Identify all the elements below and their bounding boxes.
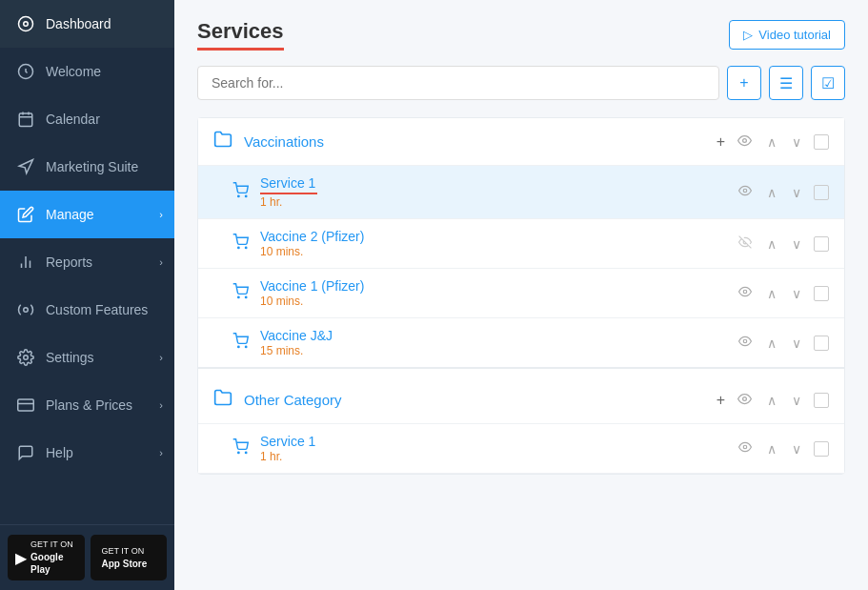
- svg-point-10: [24, 308, 29, 313]
- play-icon: ▷: [743, 28, 753, 42]
- service-actions-s1: ∧ ∨: [736, 182, 829, 202]
- category-add-button-vaccinations[interactable]: +: [717, 133, 725, 151]
- grid-view-button[interactable]: ☑: [811, 66, 845, 100]
- reports-icon: [15, 252, 36, 273]
- service-cart-icon-s1: [232, 182, 249, 203]
- google-play-badge[interactable]: ▶ GET IT ON Google Play: [8, 535, 85, 580]
- search-input[interactable]: [197, 66, 719, 100]
- service-cart-icon-other-s1: [232, 438, 249, 459]
- service-actions-vj: ∧ ∨: [736, 333, 829, 353]
- service-down-s1[interactable]: ∨: [789, 183, 804, 202]
- svg-point-1: [24, 22, 29, 27]
- sidebar-item-plans[interactable]: Plans & Prices ›: [0, 381, 174, 429]
- plans-chevron: ›: [159, 399, 163, 411]
- video-tutorial-button[interactable]: ▷ Video tutorial: [729, 20, 845, 50]
- service-cart-icon-v2: [232, 234, 249, 254]
- service-name-v2[interactable]: Vaccine 2 (Pfizer): [260, 229, 736, 244]
- category-name-vaccinations[interactable]: Vaccinations: [244, 133, 717, 150]
- sidebar-item-help[interactable]: Help ›: [0, 429, 174, 477]
- app-store-badges: ▶ GET IT ON Google Play GET IT ON App St…: [0, 524, 174, 590]
- category-visibility-button-other[interactable]: [735, 390, 755, 411]
- category-up-button-vaccinations[interactable]: ∧: [764, 132, 779, 152]
- dashboard-icon: [15, 13, 36, 34]
- category-add-button-other[interactable]: +: [717, 392, 725, 409]
- plans-icon: [15, 395, 36, 416]
- service-checkbox-other-s1[interactable]: [814, 441, 829, 457]
- service-name-vj[interactable]: Vaccine J&J: [260, 328, 736, 343]
- service-visibility-v2[interactable]: [736, 234, 755, 254]
- sidebar-item-settings[interactable]: Settings ›: [0, 334, 174, 381]
- service-up-other-s1[interactable]: ∧: [764, 439, 779, 458]
- service-row-vaccine1: Vaccine 1 (Pfizer) 10 mins. ∧ ∨: [198, 269, 844, 318]
- search-bar: + ☰ ☑: [197, 66, 845, 100]
- sidebar-item-dashboard[interactable]: Dashboard: [0, 0, 174, 48]
- sidebar: Dashboard Welcome Calendar Marketing Sui…: [0, 0, 174, 590]
- service-up-v1[interactable]: ∧: [764, 284, 779, 303]
- svg-point-19: [245, 247, 246, 248]
- service-up-s1[interactable]: ∧: [764, 183, 779, 202]
- service-cart-icon-vj: [232, 333, 249, 354]
- service-name-s1[interactable]: Service 1: [260, 175, 736, 194]
- service-checkbox-vj[interactable]: [814, 336, 829, 351]
- category-down-button-vaccinations[interactable]: ∨: [789, 132, 804, 152]
- service-checkbox-s1[interactable]: [814, 185, 829, 200]
- service-visibility-v1[interactable]: [736, 283, 755, 303]
- sidebar-item-marketing[interactable]: Marketing Suite: [0, 143, 174, 191]
- service-actions-v1: ∧ ∨: [736, 283, 829, 303]
- svg-point-11: [24, 356, 29, 360]
- category-row-other: Other Category + ∧ ∨: [198, 376, 844, 424]
- manage-chevron: ›: [159, 209, 163, 220]
- page-title: Services: [197, 19, 284, 51]
- svg-point-29: [245, 452, 246, 453]
- service-checkbox-v1[interactable]: [814, 286, 829, 301]
- svg-point-23: [743, 290, 747, 294]
- sidebar-item-welcome[interactable]: Welcome: [0, 48, 174, 95]
- add-service-button[interactable]: +: [727, 66, 761, 100]
- custom-icon: [15, 299, 36, 320]
- sidebar-item-manage[interactable]: Manage ›: [0, 191, 174, 238]
- category-up-button-other[interactable]: ∧: [764, 391, 779, 410]
- reports-chevron: ›: [159, 256, 163, 268]
- category-name-other[interactable]: Other Category: [244, 392, 717, 408]
- service-visibility-other-s1[interactable]: [736, 438, 755, 458]
- service-up-vj[interactable]: ∧: [764, 334, 779, 353]
- service-duration-s1: 1 hr.: [260, 195, 736, 209]
- app-store-badge[interactable]: GET IT ON App Store: [91, 535, 168, 580]
- sidebar-item-calendar[interactable]: Calendar: [0, 95, 174, 143]
- category-actions-vaccinations: + ∧ ∨: [717, 132, 829, 153]
- service-down-vj[interactable]: ∨: [789, 334, 804, 353]
- marketing-icon: [15, 156, 36, 177]
- service-visibility-vj[interactable]: [736, 333, 755, 353]
- google-play-label: Google Play: [30, 551, 77, 576]
- google-play-icon: ▶: [15, 549, 27, 567]
- page-header: Services ▷ Video tutorial: [197, 19, 845, 51]
- service-checkbox-v2[interactable]: [814, 236, 829, 252]
- category-checkbox-vaccinations[interactable]: [814, 134, 829, 150]
- app-store-get-it: GET IT ON: [102, 546, 148, 558]
- calendar-icon: [15, 109, 36, 130]
- services-list: Vaccinations + ∧ ∨ Service 1 1 hr.: [197, 117, 845, 475]
- category-checkbox-other[interactable]: [814, 393, 829, 408]
- service-down-v2[interactable]: ∨: [789, 234, 804, 254]
- service-name-v1[interactable]: Vaccine 1 (Pfizer): [260, 278, 736, 294]
- service-duration-v2: 10 mins.: [260, 245, 736, 258]
- service-up-v2[interactable]: ∧: [764, 234, 779, 254]
- service-info-v1: Vaccine 1 (Pfizer) 10 mins.: [260, 278, 736, 308]
- category-visibility-button-vaccinations[interactable]: [735, 132, 755, 153]
- service-down-other-s1[interactable]: ∨: [789, 439, 804, 458]
- app-store-label: App Store: [102, 558, 148, 570]
- service-down-v1[interactable]: ∨: [789, 284, 804, 303]
- svg-point-17: [743, 189, 747, 193]
- category-down-button-other[interactable]: ∨: [789, 391, 804, 410]
- list-view-button[interactable]: ☰: [769, 66, 803, 100]
- service-name-other-s1[interactable]: Service 1: [260, 434, 736, 449]
- sidebar-item-reports[interactable]: Reports ›: [0, 238, 174, 286]
- svg-point-26: [743, 339, 747, 343]
- category-folder-icon-other: [213, 388, 232, 412]
- sidebar-item-custom[interactable]: Custom Features: [0, 286, 174, 334]
- svg-rect-12: [18, 399, 34, 411]
- service-info-v2: Vaccine 2 (Pfizer) 10 mins.: [260, 229, 736, 258]
- service-visibility-s1[interactable]: [736, 182, 755, 202]
- svg-point-0: [19, 17, 33, 31]
- service-row-other-s1: Service 1 1 hr. ∧ ∨: [198, 424, 844, 474]
